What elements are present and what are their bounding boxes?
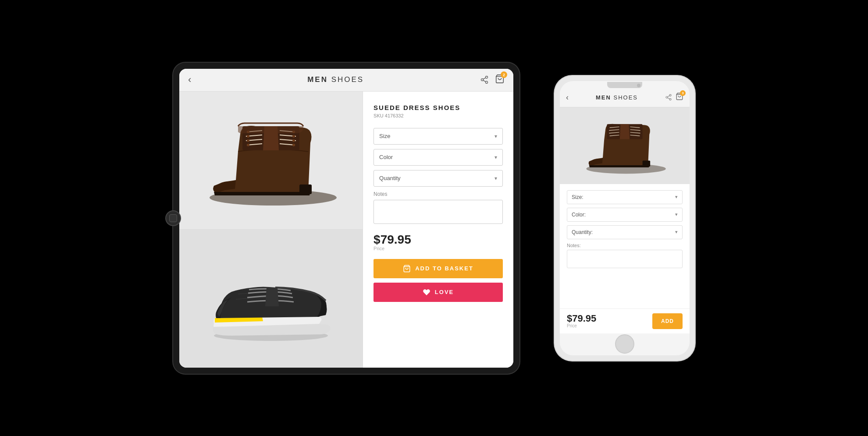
phone-title-light: SHOES [611, 94, 638, 101]
basket-icon [403, 265, 411, 273]
phone-add-button[interactable]: ADD [652, 313, 683, 329]
sneaker-image [196, 250, 345, 347]
svg-point-2 [485, 81, 487, 83]
phone-cart-wrapper[interactable]: 3 [676, 92, 683, 102]
tablet-notes-label: Notes [374, 191, 503, 197]
share-icon[interactable] [480, 75, 489, 84]
phone-color-label: Color: [572, 212, 586, 218]
tablet-color-chevron: ▾ [494, 154, 497, 160]
svg-point-19 [292, 135, 295, 138]
tablet-header-title: MEN SHOES [307, 75, 364, 84]
tablet-product-name: SUEDE DRESS SHOES [374, 104, 503, 111]
svg-line-4 [483, 78, 486, 79]
tablet-back-button[interactable]: ‹ [188, 74, 191, 85]
phone-size-label: Size: [572, 194, 583, 200]
phone-camera [637, 84, 640, 87]
tablet-screen: ‹ MEN SHOES [179, 69, 513, 368]
tablet-love-button[interactable]: LOVE [374, 283, 503, 302]
boot-image [196, 108, 345, 213]
phone-header: ‹ MEN SHOES [560, 88, 690, 107]
tablet-product-panel: SUEDE DRESS SHOES SKU 4176332 Size ▾ Col… [363, 92, 513, 368]
phone-color-chevron: ▾ [675, 212, 678, 217]
svg-rect-43 [643, 160, 651, 167]
tablet-notes-input[interactable] [374, 200, 503, 224]
tablet-header-icons: 2 [480, 74, 505, 85]
phone-product-image [560, 107, 690, 184]
svg-point-29 [669, 99, 671, 100]
tablet-size-label: Size [379, 133, 390, 139]
tablet-quantity-chevron: ▾ [494, 175, 497, 181]
tablet-product-image-top [179, 92, 363, 230]
phone-bottom-bar: $79.95 Price ADD [560, 308, 690, 333]
scene: ‹ MEN SHOES [173, 63, 695, 374]
phone-home-button[interactable] [615, 334, 634, 354]
tablet-price-label: Price [374, 246, 503, 251]
phone-header-title: MEN SHOES [596, 94, 638, 101]
tablet-header: ‹ MEN SHOES [179, 69, 513, 92]
svg-point-20 [247, 139, 249, 142]
phone-back-button[interactable]: ‹ [566, 93, 569, 102]
phone-header-icons: 3 [665, 92, 683, 102]
tablet-size-select[interactable]: Size ▾ [374, 128, 503, 145]
tablet-product-image-bottom [179, 230, 363, 368]
tablet-love-label: LOVE [435, 289, 454, 295]
svg-line-3 [483, 80, 486, 82]
phone-notes-label: Notes: [567, 243, 683, 248]
phone-share-icon[interactable] [665, 94, 672, 101]
phone-title-bold: MEN [596, 94, 611, 101]
tablet-size-chevron: ▾ [494, 133, 497, 139]
phone-quantity-chevron: ▾ [675, 229, 678, 235]
phone-device: ‹ MEN SHOES [555, 76, 695, 361]
phone-price-block: $79.95 Price [567, 314, 596, 328]
phone-size-chevron: ▾ [675, 194, 678, 200]
tablet-product-sku: SKU 4176332 [374, 113, 503, 118]
phone-screen: ‹ MEN SHOES [560, 81, 690, 355]
svg-point-0 [485, 76, 487, 78]
heart-icon [423, 288, 430, 296]
svg-line-30 [668, 98, 670, 99]
tablet-home-inner [169, 214, 177, 222]
svg-point-23 [292, 144, 295, 146]
tablet-price-value: $79.95 [374, 234, 503, 246]
tablet-add-to-basket-label: ADD TO BASKET [415, 265, 473, 272]
phone-quantity-label: Quantity: [572, 229, 593, 235]
phone-cart-badge: 3 [680, 90, 686, 96]
svg-line-31 [668, 96, 670, 97]
phone-color-select[interactable]: Color: ▾ [567, 208, 683, 222]
phone-boot-image [576, 113, 673, 178]
tablet-quantity-select[interactable]: Quantity ▾ [374, 170, 503, 187]
tablet-title-light: SHOES [328, 75, 364, 84]
tablet-add-to-basket-button[interactable]: ADD TO BASKET [374, 259, 503, 278]
svg-point-22 [247, 144, 249, 146]
svg-point-28 [666, 96, 668, 98]
tablet-color-select[interactable]: Color ▾ [374, 149, 503, 166]
phone-product-panel: Size: ▾ Color: ▾ Quantity: ▾ Notes: [560, 184, 690, 308]
phone-price-label: Price [567, 323, 596, 328]
phone-size-select[interactable]: Size: ▾ [567, 190, 683, 204]
phone-price-value: $79.95 [567, 314, 596, 323]
tablet-cart-wrapper[interactable]: 2 [495, 74, 505, 85]
tablet-title-bold: MEN [307, 75, 328, 84]
svg-rect-24 [299, 184, 312, 194]
svg-point-21 [292, 139, 295, 142]
tablet-images-panel [179, 92, 363, 368]
tablet-device: ‹ MEN SHOES [173, 63, 519, 374]
phone-notes-input[interactable] [567, 250, 683, 268]
tablet-cart-badge: 2 [501, 71, 507, 78]
svg-point-27 [669, 94, 671, 96]
tablet-home-button[interactable] [165, 210, 181, 226]
tablet-content: SUEDE DRESS SHOES SKU 4176332 Size ▾ Col… [179, 92, 513, 368]
svg-point-1 [481, 79, 483, 81]
svg-point-18 [247, 135, 249, 138]
tablet-color-label: Color [379, 154, 393, 160]
phone-quantity-select[interactable]: Quantity: ▾ [567, 225, 683, 239]
tablet-quantity-label: Quantity [379, 175, 400, 181]
